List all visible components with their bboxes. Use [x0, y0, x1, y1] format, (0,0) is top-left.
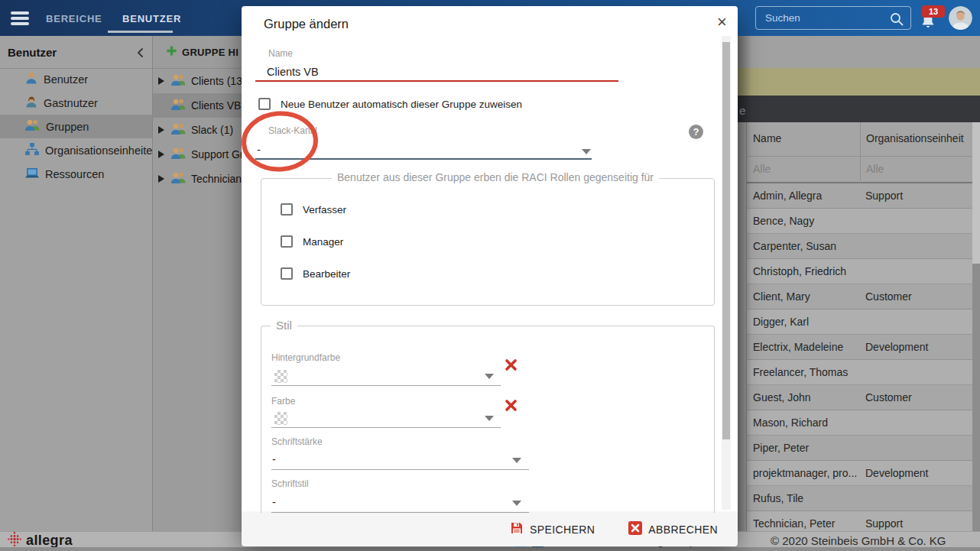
cell-name: Admin, Allegra — [746, 190, 859, 202]
stil-fieldset: Stil Hintergrundfarbe Farbe Schriftstärk… — [261, 326, 715, 513]
tree-item-clients-vb[interactable]: Clients VB — [153, 93, 242, 118]
sidebar-item-label: Gastnutzer — [44, 97, 98, 109]
table-scrollbar-thumb[interactable] — [972, 264, 980, 531]
table-row[interactable]: Digger, Karl — [746, 310, 972, 335]
group-icon — [24, 118, 41, 135]
auto-assign-checkbox-row[interactable]: Neue Benutzer automatisch dieser Gruppe … — [258, 98, 522, 110]
filter-input-org[interactable]: Alle — [866, 163, 884, 175]
tree-item-technicians[interactable]: Technicians — [153, 167, 242, 191]
active-tab-underline — [108, 31, 173, 33]
tab-benutzer[interactable]: BENUTZER — [122, 13, 181, 24]
table-row[interactable]: Piper, Peter — [746, 436, 972, 461]
sidebar-header: Benutzer — [0, 36, 153, 69]
sidebar-item-label: Organisationseinheiten — [45, 144, 158, 157]
raci-option-verfasser[interactable]: Verfasser — [281, 203, 346, 216]
chevron-down-icon[interactable] — [512, 458, 521, 463]
search-input[interactable] — [756, 7, 886, 29]
clear-color-icon[interactable] — [505, 399, 518, 415]
chevron-down-icon[interactable] — [485, 416, 494, 421]
cell-name: Electrix, Madeleine — [746, 341, 859, 353]
font-weight-label: Schriftstärke — [271, 436, 323, 447]
slack-channel-select[interactable]: - — [257, 144, 261, 156]
search-box[interactable] — [755, 6, 911, 30]
cancel-button[interactable]: ABBRECHEN — [628, 521, 718, 538]
tree-item-clients[interactable]: Clients (13) — [153, 69, 242, 93]
collapse-chevron-icon[interactable] — [136, 47, 144, 61]
table-row[interactable]: Carpenter, Susan — [746, 234, 972, 259]
tree-item-support-group[interactable]: Support Gr — [153, 142, 242, 167]
color-label: Farbe — [271, 396, 295, 407]
table-row[interactable]: Admin, AllegraSupport — [746, 183, 972, 209]
notification-count-badge[interactable]: 13 — [922, 5, 945, 18]
plus-icon — [166, 45, 177, 60]
save-button-label: SPEICHERN — [530, 523, 595, 536]
help-icon[interactable]: ? — [689, 125, 703, 139]
expand-arrow-icon[interactable] — [158, 175, 164, 183]
filter-input-name[interactable]: Alle — [753, 163, 771, 175]
column-separator — [860, 122, 861, 183]
table-scrollbar[interactable] — [972, 122, 980, 531]
font-style-label: Schriftstil — [271, 478, 309, 489]
table-row[interactable]: Client, MaryCustomer — [746, 284, 972, 310]
table-row[interactable]: Christoph, Friedrich — [746, 259, 972, 284]
table-row[interactable]: Rufus, Tile — [746, 486, 972, 511]
font-style-select[interactable]: - — [272, 496, 276, 508]
cell-name: Bence, Nagy — [746, 215, 859, 227]
expand-arrow-icon[interactable] — [158, 151, 164, 158]
close-icon[interactable]: × — [717, 14, 727, 31]
panel-header-strip: e — [738, 96, 980, 122]
dialog-scrollbar-thumb[interactable] — [722, 42, 730, 439]
expand-arrow-icon[interactable] — [158, 126, 164, 134]
group-icon — [170, 171, 187, 187]
checkbox[interactable] — [281, 235, 293, 248]
table-row[interactable]: Electrix, MadeleineDevelopment — [746, 335, 972, 360]
hamburger-menu-icon[interactable] — [11, 11, 29, 28]
expand-arrow-icon[interactable] — [158, 77, 164, 85]
table-row[interactable]: Mason, Richard — [746, 410, 972, 436]
clear-color-icon[interactable] — [505, 358, 518, 374]
checkbox[interactable] — [258, 98, 271, 110]
sidebar-item-organisationseinheiten[interactable]: Organisationseinheiten — [0, 138, 153, 162]
sidebar-item-gastnutzer[interactable]: Gastnutzer — [0, 91, 153, 115]
font-weight-select[interactable]: - — [272, 453, 276, 465]
chevron-down-icon[interactable] — [512, 501, 521, 506]
checkbox-label: Neue Benutzer automatisch dieser Gruppe … — [281, 99, 522, 110]
sidebar-item-label: Gruppen — [46, 121, 89, 133]
tree-item-label: Slack (1) — [191, 124, 233, 136]
raci-option-bearbeiter[interactable]: Bearbeiter — [281, 267, 350, 280]
raci-option-manager[interactable]: Manager — [281, 235, 343, 248]
checkbox[interactable] — [281, 203, 293, 216]
name-field-input[interactable]: Clients VB — [267, 66, 319, 78]
search-icon[interactable] — [889, 11, 904, 30]
sidebar-item-label: Benutzer — [44, 73, 88, 86]
background-color-swatch[interactable] — [274, 370, 287, 383]
column-header-org[interactable]: Organisationseinheit — [866, 132, 964, 144]
dialog-scrollbar[interactable] — [722, 36, 731, 510]
font-weight-underline — [271, 469, 529, 470]
user-avatar[interactable] — [949, 6, 972, 30]
gruppe-aendern-dialog: Gruppe ändern × Name Clients VB Neue Ben… — [242, 6, 738, 541]
cell-org: Support — [859, 517, 903, 530]
table-row[interactable]: Guest, JohnCustomer — [746, 385, 972, 410]
color-swatch[interactable] — [274, 412, 287, 425]
checkbox[interactable] — [281, 267, 293, 280]
color-underline — [271, 427, 501, 428]
sidebar-item-benutzer[interactable]: Benutzer — [0, 67, 153, 91]
table-row[interactable]: Technician, PeterSupport — [746, 511, 972, 531]
tab-bereiche[interactable]: BEREICHE — [46, 13, 102, 24]
slack-channel-underline — [255, 158, 592, 160]
sidebar-item-gruppen[interactable]: Gruppen — [0, 115, 153, 138]
table-row[interactable]: Bence, Nagy — [746, 209, 972, 234]
sidebar-item-ressourcen[interactable]: Ressourcen — [0, 162, 153, 186]
raci-fieldset: Benutzer aus dieser Gruppe erben die RAC… — [261, 178, 715, 306]
save-button[interactable]: SPEICHERN — [510, 521, 595, 538]
column-header-name[interactable]: Name — [753, 132, 781, 144]
tree-item-label: Support Gr — [191, 148, 242, 160]
table-row[interactable]: Freelancer, Thomas — [746, 360, 972, 385]
tree-item-slack[interactable]: Slack (1) — [153, 118, 242, 142]
chevron-down-icon[interactable] — [485, 374, 494, 379]
table-row[interactable]: projektmanager, pro...Development — [746, 461, 972, 486]
sidebar-benutzer: Benutzer Benutzer Gastnutzer Gruppen Org… — [0, 36, 153, 531]
add-group-button[interactable]: GRUPPE HI — [153, 36, 242, 69]
chevron-down-icon[interactable] — [582, 149, 591, 154]
